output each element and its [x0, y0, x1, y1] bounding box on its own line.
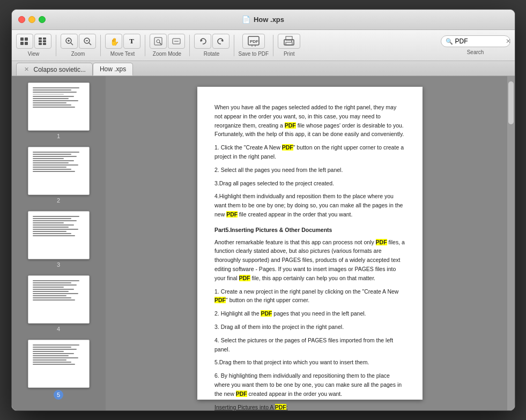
- page-thumb-5[interactable]: 5: [28, 340, 90, 400]
- thumb-img-1: [28, 82, 90, 131]
- svg-rect-0: [20, 38, 24, 41]
- zoom-in-button[interactable]: [61, 34, 78, 49]
- document-page: When you have all the pages selected add…: [197, 87, 423, 400]
- toolbar: View: [12, 30, 515, 61]
- move-text-group: ✋ T Move Text: [105, 34, 140, 57]
- list-view-button[interactable]: [34, 34, 51, 49]
- page-thumb-1[interactable]: 1: [28, 82, 90, 139]
- paragraph-1: When you have all the pages selected add…: [214, 103, 405, 139]
- paragraph-5: 4.Highlight them individually and reposi…: [214, 192, 405, 219]
- rotate-right-button[interactable]: [212, 34, 229, 49]
- search-box[interactable]: 🔍 ✕: [441, 35, 510, 47]
- view-group: View: [16, 34, 51, 57]
- svg-line-20: [159, 43, 161, 45]
- zoom-mode-buttons: [150, 34, 185, 49]
- rotate-left-button[interactable]: [194, 34, 211, 49]
- inserting-pictures-label: Inserting Pictures into A PDF:: [214, 404, 288, 410]
- paragraph-8: 2. Highlight all the PDF pages that you …: [214, 309, 405, 318]
- sep4: [189, 35, 190, 56]
- maximize-button[interactable]: [39, 16, 46, 23]
- search-clear-button[interactable]: ✕: [506, 38, 511, 45]
- title-icon: 📄: [242, 16, 250, 24]
- zoom-mode-fit-button[interactable]: [150, 34, 167, 49]
- traffic-lights: [18, 16, 46, 23]
- search-icon: 🔍: [446, 38, 453, 45]
- text-select-button[interactable]: T: [123, 34, 140, 49]
- scrollbar-track[interactable]: [507, 76, 515, 410]
- tab-close-colapso[interactable]: ✕: [23, 66, 31, 73]
- thumbnail-view-button[interactable]: [16, 34, 33, 49]
- titlebar: 📄 How .xps: [12, 10, 515, 30]
- thumb-number-3: 3: [57, 261, 60, 268]
- minimize-button[interactable]: [28, 16, 35, 23]
- thumb-img-5: [28, 340, 90, 388]
- zoom-mode-group: Zoom Mode: [150, 34, 185, 57]
- highlight-pdf-5: PDF: [239, 275, 250, 281]
- tabs-bar: ✕ Colapso sovietic... How .xps: [12, 61, 515, 76]
- svg-rect-4: [39, 38, 42, 40]
- rotate-group: Rotate: [194, 34, 229, 57]
- tab-label-how-xps: How .xps: [100, 65, 126, 73]
- highlight-pdf-2: PDF: [282, 144, 293, 151]
- zoom-out-button[interactable]: [79, 34, 96, 49]
- page-thumb-3[interactable]: 3: [28, 211, 90, 268]
- paragraph-11: 5.Drag them to that project into which y…: [214, 358, 405, 367]
- highlight-pdf-6: PDF: [214, 297, 226, 303]
- svg-text:✋: ✋: [110, 38, 118, 46]
- view-buttons: [16, 34, 51, 49]
- search-group: 🔍 ✕ Search: [441, 35, 510, 55]
- print-button[interactable]: [278, 34, 300, 49]
- view-label: View: [28, 51, 40, 57]
- sidebar: 1: [12, 76, 106, 410]
- tab-colapso[interactable]: ✕ Colapso sovietic...: [16, 63, 93, 76]
- thumb-number-1: 1: [57, 133, 60, 139]
- save-pdf-group: PDF Save to PDF: [239, 34, 269, 57]
- tab-how-xps[interactable]: How .xps: [93, 63, 133, 76]
- save-pdf-label: Save to PDF: [239, 51, 269, 57]
- rotate-label: Rotate: [204, 51, 219, 57]
- highlight-pdf-1: PDF: [285, 122, 296, 129]
- svg-line-16: [89, 43, 91, 45]
- highlight-pdf-7: PDF: [261, 310, 272, 317]
- close-button[interactable]: [18, 16, 25, 23]
- highlight-pdf-9: PDF: [275, 404, 286, 410]
- paragraph-9: 3. Drag all of them into the project in …: [214, 322, 405, 332]
- title-text: How .xps: [254, 16, 284, 24]
- rotate-buttons: [194, 34, 229, 49]
- thumb-img-4: [28, 275, 90, 324]
- sep1: [56, 35, 56, 56]
- page-thumb-4[interactable]: 4: [28, 275, 90, 332]
- save-pdf-buttons: PDF: [242, 34, 265, 49]
- move-text-buttons: ✋ T: [105, 34, 140, 49]
- highlight-pdf-8: PDF: [236, 391, 247, 397]
- thumb-number-5: 5: [54, 390, 63, 400]
- svg-point-19: [157, 40, 160, 43]
- section-title-1: Part5.Inserting Pictures & Other Documen…: [214, 226, 405, 235]
- main-window: 📄 How .xps: [11, 9, 515, 411]
- move-text-label: Move Text: [110, 51, 135, 57]
- thumb-img-2: [28, 147, 90, 195]
- move-button[interactable]: ✋: [105, 34, 122, 49]
- sep3: [145, 35, 145, 56]
- zoom-group: Zoom: [61, 34, 96, 57]
- scrollbar-thumb[interactable]: [508, 81, 514, 124]
- svg-rect-7: [43, 40, 46, 42]
- thumb-img-3: [28, 211, 90, 259]
- zoom-label: Zoom: [71, 51, 85, 57]
- document-area[interactable]: When you have all the pages selected add…: [106, 76, 515, 410]
- save-pdf-button[interactable]: PDF: [242, 34, 265, 49]
- thumb-number-4: 4: [57, 326, 60, 332]
- svg-rect-5: [43, 38, 46, 40]
- svg-rect-6: [39, 40, 42, 42]
- print-buttons: [278, 34, 300, 49]
- paragraph-4: 3.Drag all pages selected to the project…: [214, 179, 405, 188]
- search-input[interactable]: [455, 38, 503, 45]
- zoom-mode-width-button[interactable]: [168, 34, 185, 49]
- svg-rect-9: [43, 43, 46, 45]
- highlight-pdf-3: PDF: [226, 211, 238, 218]
- thumb-number-2: 2: [57, 197, 60, 204]
- page-thumb-2[interactable]: 2: [28, 147, 90, 204]
- highlight-pdf-4: PDF: [376, 239, 387, 245]
- sep6: [273, 35, 273, 56]
- print-group: Print: [278, 34, 300, 57]
